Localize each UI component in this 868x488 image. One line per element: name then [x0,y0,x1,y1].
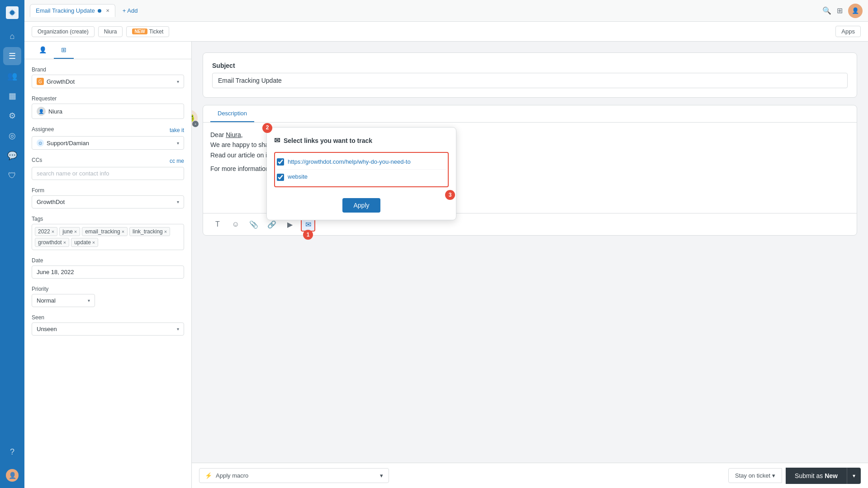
ticket-sidebar: 👤 ⊞ Brand G GrowthDot ▾ [24,42,192,488]
tickets-nav-icon[interactable]: ☰ [3,47,21,65]
tab-bar: Email Tracking Update ✕ + Add 🔍 ⊞ 👤 [24,0,868,22]
stay-on-ticket-btn: Stay on ticket ▾ [728,468,782,483]
user-avatar[interactable]: 👤 [848,4,863,18]
form-chevron-icon: ▾ [177,199,179,204]
tags-container: 2022 × june × email_tracking × [32,224,184,250]
assignee-dropdown[interactable]: ⊙ Support/Damian ▾ [32,136,184,150]
form-dropdown[interactable]: GrowthDot ▾ [32,195,184,208]
editor-area: Subject 🐸 + [192,42,868,488]
submit-dropdown-button[interactable]: ▾ [847,468,861,484]
date-field: Date June 18, 2022 [32,257,184,279]
description-tab[interactable]: Description [210,105,254,122]
submit-button[interactable]: Submit as New [786,468,847,484]
editor-content: Subject 🐸 + [192,42,868,463]
grid-icon[interactable]: ⊞ [837,6,843,15]
ccs-field: CCs cc me [32,157,184,180]
seen-chevron-icon: ▾ [177,327,179,332]
apply-macro-button[interactable]: ⚡ Apply macro ▾ [199,468,389,483]
tag-growthdot: growthdot × [35,238,69,247]
tag-remove-link-tracking[interactable]: × [164,229,167,234]
sidebar-tab-bar: 👤 ⊞ [24,42,191,59]
requester-dropdown[interactable]: 👤 Niura [32,104,184,119]
submit-button-group: Submit as New ▾ [786,468,861,484]
step-2-badge: 2 [262,123,272,133]
svg-point-1 [10,10,14,15]
breadcrumb-org[interactable]: Organization (create) [32,26,95,37]
seen-dropdown[interactable]: Unseen ▾ [32,322,184,336]
subject-input[interactable] [212,73,848,88]
cc-me-link[interactable]: cc me [170,158,184,164]
sidebar-tab-requester[interactable]: 👤 [32,42,54,59]
breadcrumb-ticket[interactable]: NEW Ticket [126,26,169,37]
brand-field: Brand G GrowthDot ▾ [32,66,184,88]
date-input[interactable]: June 18, 2022 [32,265,184,279]
chat-nav-icon[interactable]: 💬 [3,147,21,165]
popup-apply-button[interactable]: Apply [342,198,380,213]
recipient-name: Niura [226,131,241,138]
brand-chevron-icon: ▾ [177,79,179,84]
settings-nav-icon[interactable]: ⚙ [3,107,21,125]
active-tab[interactable]: Email Tracking Update ✕ [30,4,115,17]
add-tab-button[interactable]: + Add [119,5,142,16]
home-nav-icon[interactable]: ⌂ [3,27,21,45]
assignee-chevron-icon: ▾ [177,141,179,146]
email-icon: ✉ [274,135,280,147]
step-3-badge: 3 [445,190,455,200]
text-format-button[interactable]: T [210,217,225,232]
tag-email-tracking: email_tracking × [82,227,128,236]
priority-field: Priority Normal ▾ [32,286,184,307]
tab-unsaved-indicator [98,9,101,13]
app-logo[interactable] [3,4,21,22]
priority-chevron-icon: ▾ [88,298,90,303]
priority-dropdown[interactable]: Normal ▾ [32,294,95,307]
link-row-2: website [277,170,446,185]
seen-field: Seen Unseen ▾ [32,314,184,336]
sidebar-fields: Brand G GrowthDot ▾ Requester [24,59,191,343]
assignee-icon: ⊙ [37,139,44,147]
tag-remove-2022[interactable]: × [52,229,54,234]
tag-link-tracking: link_tracking × [129,227,170,236]
link-checkbox-2[interactable] [277,174,284,181]
security-nav-icon[interactable]: 🛡 [3,166,21,185]
brand-dropdown[interactable]: G GrowthDot ▾ [32,75,184,88]
stay-chevron-icon: ▾ [772,472,775,479]
popup-header: ✉ Select links you want to track [274,135,449,147]
help-nav-icon[interactable]: ? [3,443,21,461]
tag-remove-growthdot[interactable]: × [63,240,66,245]
avatar-edit-badge: + [192,121,199,127]
step-1-badge: 1 [303,230,313,240]
tag-remove-update[interactable]: × [92,240,95,245]
brand-icon: G [37,78,44,85]
tag-remove-email-tracking[interactable]: × [122,229,124,234]
search-icon[interactable]: 🔍 [822,6,831,15]
breadcrumb-contact[interactable]: Niura [98,26,123,37]
macro-chevron-icon: ▾ [380,472,383,479]
ccs-search-input[interactable] [32,167,184,180]
attach-button[interactable]: 📎 [247,217,261,232]
form-field: Form GrowthDot ▾ [32,187,184,208]
link-checkbox-1[interactable] [277,158,284,166]
profile-nav-icon[interactable]: 👤 [3,466,21,484]
take-it-link[interactable]: take it [170,127,184,133]
bottom-bar: ⚡ Apply macro ▾ Stay on ticket ▾ Submit [192,463,868,488]
subject-section: Subject [203,52,857,98]
tags-field: Tags 2022 × june × email_trackin [32,216,184,250]
macro-icon: ⚡ [205,472,212,479]
composer-avatar-area: 🐸 + [192,110,198,126]
breadcrumb-nav: Organization (create) Niura NEW Ticket A… [24,22,868,42]
requester-field: Requester 👤 Niura [32,95,184,119]
tag-2022: 2022 × [35,227,57,236]
requester-avatar: 👤 [37,107,46,116]
apps-button[interactable]: Apps [835,26,861,37]
tag-june: june × [59,227,80,236]
sidebar-tab-properties[interactable]: ⊞ [54,42,74,59]
tab-close-button[interactable]: ✕ [106,8,109,13]
emoji-button[interactable]: ☺ [228,217,243,232]
stay-ticket-button[interactable]: Stay on ticket ▾ [728,468,782,483]
reports-nav-icon[interactable]: ▦ [3,87,21,105]
composer-body[interactable]: Dear Niura, We are happy to share new: h… [203,123,857,213]
tag-remove-june[interactable]: × [74,229,77,234]
contacts-nav-icon[interactable]: 👥 [3,67,21,85]
assignee-field: Assignee take it ⊙ Support/Damian ▾ [32,126,184,150]
insights-nav-icon[interactable]: ◎ [3,127,21,145]
